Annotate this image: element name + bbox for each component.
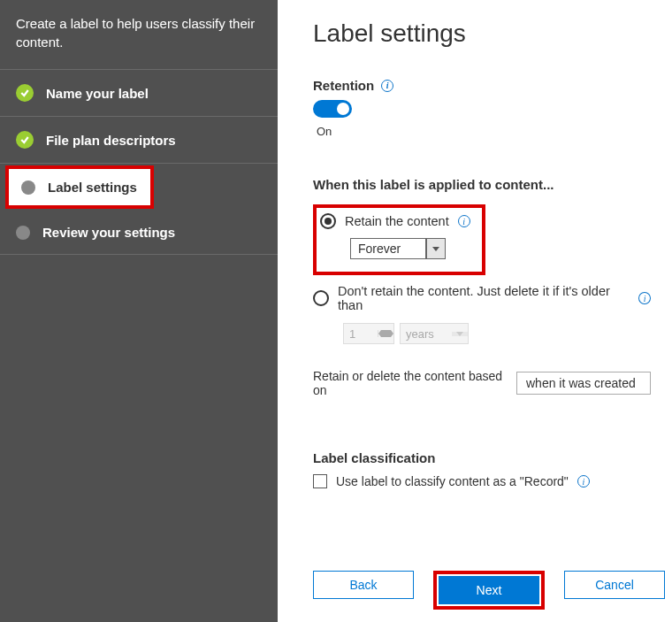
delete-unit-select: years xyxy=(400,323,469,344)
radio-retain[interactable] xyxy=(320,213,336,229)
basis-select[interactable]: when it was created xyxy=(516,372,651,395)
step-label: Review your settings xyxy=(42,225,175,240)
check-icon xyxy=(16,131,34,149)
classification-heading: Label classification xyxy=(313,450,651,465)
retention-state: On xyxy=(317,125,651,138)
retain-duration-select[interactable]: Forever xyxy=(350,238,426,259)
info-icon[interactable]: i xyxy=(638,292,651,304)
info-icon[interactable]: i xyxy=(577,475,590,488)
radio-dont-retain-label: Don't retain the content. Just delete it… xyxy=(338,284,630,312)
step-label-settings[interactable]: Label settings xyxy=(5,165,154,209)
info-icon[interactable]: i xyxy=(381,80,393,92)
step-label: Label settings xyxy=(48,180,137,195)
circle-icon xyxy=(21,180,35,195)
step-label: File plan descriptors xyxy=(46,133,176,148)
step-file-plan-descriptors[interactable]: File plan descriptors xyxy=(0,117,278,164)
check-icon xyxy=(16,84,34,102)
info-icon[interactable]: i xyxy=(458,215,470,227)
page-title: Label settings xyxy=(313,19,651,48)
sidebar-header: Create a label to help users classify th… xyxy=(0,0,278,70)
step-down-icon xyxy=(378,334,393,337)
back-button[interactable]: Back xyxy=(313,571,414,599)
next-button[interactable]: Next xyxy=(439,576,539,604)
retention-label: Retention i xyxy=(313,78,651,93)
record-checkbox-label: Use label to classify content as a "Reco… xyxy=(336,474,569,488)
cancel-button[interactable]: Cancel xyxy=(564,571,665,599)
step-review-your-settings[interactable]: Review your settings xyxy=(0,211,278,255)
chevron-down-icon xyxy=(452,332,468,336)
circle-icon xyxy=(16,226,30,240)
delete-amount-input: 1 xyxy=(343,323,394,344)
step-label: Name your label xyxy=(46,86,149,101)
record-checkbox[interactable] xyxy=(313,474,327,488)
radio-dont-retain[interactable] xyxy=(313,290,329,306)
basis-label: Retain or delete the content based on xyxy=(313,369,511,397)
radio-retain-label: Retain the content xyxy=(345,214,449,228)
chevron-down-icon[interactable] xyxy=(426,238,446,259)
step-name-your-label[interactable]: Name your label xyxy=(0,70,278,117)
retention-toggle[interactable] xyxy=(313,100,352,118)
applied-question: When this label is applied to content... xyxy=(313,177,651,192)
